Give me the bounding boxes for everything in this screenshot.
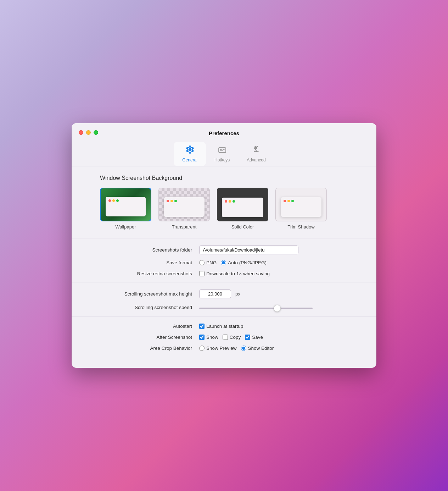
mini-window-solid <box>222 198 263 217</box>
mini-dot-close <box>225 200 227 203</box>
svg-rect-0 <box>219 148 226 153</box>
folder-input[interactable] <box>199 246 298 254</box>
crop-value: Show Preview Show Editor <box>199 346 348 351</box>
autostart-value: Launch at startup <box>199 324 348 329</box>
tab-hotkeys[interactable]: Hotkeys <box>206 142 238 166</box>
resize-checkbox[interactable] <box>199 271 205 276</box>
launch-text: Launch at startup <box>206 324 243 329</box>
tab-advanced[interactable]: Advanced <box>238 142 274 166</box>
tab-general[interactable]: General <box>174 142 206 166</box>
after-screenshot-label: After Screenshot <box>100 335 192 340</box>
show-preview-text: Show Preview <box>206 346 237 351</box>
format-png-radio[interactable] <box>199 260 205 265</box>
copy-checkbox[interactable] <box>223 335 228 340</box>
save-checkbox-label[interactable]: Save <box>245 335 263 340</box>
form-row-format: Save format PNG Auto (PNG/JPEG) <box>100 260 348 265</box>
mini-dot-max <box>291 200 294 202</box>
mini-traffic-wallpaper <box>108 199 119 202</box>
format-png-label[interactable]: PNG <box>199 260 217 265</box>
show-editor-text: Show Editor <box>248 346 274 351</box>
mini-dot-min <box>229 200 231 203</box>
scroll-height-label: Scrolling screenshot max height <box>100 291 192 297</box>
form-row-crop: Area Crop Behavior Show Preview Show Edi… <box>100 346 348 351</box>
tab-hotkeys-label: Hotkeys <box>214 158 230 162</box>
scroll-speed-value <box>199 304 348 310</box>
mini-dot-max <box>174 200 177 202</box>
form-row-resize: Resize retina screenshots Downscale to 1… <box>100 271 348 276</box>
copy-text: Copy <box>230 335 241 340</box>
form-row-after-screenshot: After Screenshot Show Copy Save <box>100 335 348 340</box>
mini-dot-close <box>108 199 111 202</box>
minimize-button[interactable] <box>86 130 91 135</box>
content-area: Window Screenshot Background Wallpaper <box>72 166 376 368</box>
section-divider-2 <box>72 282 376 282</box>
show-preview-label[interactable]: Show Preview <box>199 346 237 351</box>
scroll-speed-slider[interactable] <box>199 308 313 309</box>
show-preview-radio[interactable] <box>199 346 205 351</box>
show-checkbox[interactable] <box>199 335 205 340</box>
bg-option-transparent[interactable]: Transparent <box>158 188 210 230</box>
folder-value <box>199 246 348 254</box>
tab-advanced-label: Advanced <box>247 158 265 162</box>
folder-label: Screenshots folder <box>100 247 192 253</box>
format-auto-radio[interactable] <box>221 260 226 265</box>
close-button[interactable] <box>79 130 83 135</box>
bg-option-transparent-label: Transparent <box>172 224 197 230</box>
bg-preview-trim <box>275 188 327 221</box>
crop-label: Area Crop Behavior <box>100 346 192 351</box>
mini-dot-max <box>233 200 235 203</box>
titlebar: Preferences General <box>72 123 376 166</box>
scroll-height-value: px <box>199 289 348 298</box>
mini-traffic-trim <box>284 200 294 202</box>
scroll-height-input[interactable] <box>199 289 231 298</box>
gear-icon <box>185 145 195 156</box>
after-screenshot-value: Show Copy Save <box>199 335 348 340</box>
slider-container <box>199 304 313 310</box>
show-editor-radio[interactable] <box>241 346 246 351</box>
copy-checkbox-label[interactable]: Copy <box>223 335 241 340</box>
tab-general-label: General <box>182 158 197 162</box>
mini-dot-close <box>167 200 169 202</box>
bg-preview-solid <box>217 188 268 221</box>
bg-option-wallpaper-label: Wallpaper <box>115 224 136 230</box>
mini-dot-min <box>287 200 290 202</box>
mini-dot-close <box>284 200 286 202</box>
form-row-scroll-speed: Scrolling screenshot speed <box>100 304 348 310</box>
mini-traffic-transparent <box>167 200 177 202</box>
window-title: Preferences <box>209 130 239 136</box>
resize-text: Downscale to 1× when saving <box>206 271 270 276</box>
mini-window-transparent <box>164 197 205 217</box>
form-row-folder: Screenshots folder <box>100 246 348 254</box>
hotkeys-icon <box>217 145 227 156</box>
bg-preview-wallpaper <box>100 188 151 221</box>
mini-window-trim <box>281 197 321 217</box>
maximize-button[interactable] <box>94 130 98 135</box>
microscope-icon <box>251 145 261 156</box>
resize-value: Downscale to 1× when saving <box>199 271 348 276</box>
bg-option-solid[interactable]: Solid Color <box>217 188 268 230</box>
scroll-speed-label: Scrolling screenshot speed <box>100 305 192 310</box>
section-divider-1 <box>72 238 376 238</box>
mini-window-wallpaper <box>106 197 146 216</box>
format-png-text: PNG <box>206 260 217 265</box>
format-auto-label[interactable]: Auto (PNG/JPEG) <box>221 260 267 265</box>
resize-checkbox-label[interactable]: Downscale to 1× when saving <box>199 271 270 276</box>
form-row-autostart: Autostart Launch at startup <box>100 324 348 329</box>
background-options: Wallpaper Transparent <box>100 188 348 230</box>
save-text: Save <box>252 335 263 340</box>
background-section-title: Window Screenshot Background <box>100 175 348 181</box>
bg-option-trim[interactable]: Trim Shadow <box>275 188 327 230</box>
show-checkbox-label[interactable]: Show <box>199 335 218 340</box>
mini-dot-min <box>112 199 115 202</box>
launch-checkbox[interactable] <box>199 324 205 329</box>
show-editor-label[interactable]: Show Editor <box>241 346 274 351</box>
save-checkbox[interactable] <box>245 335 250 340</box>
toolbar: General Hotkeys <box>174 142 274 166</box>
format-value: PNG Auto (PNG/JPEG) <box>199 260 348 265</box>
preferences-window: Preferences General <box>72 123 376 368</box>
mini-dot-max <box>116 199 119 202</box>
bg-preview-transparent <box>158 188 210 221</box>
bg-option-wallpaper[interactable]: Wallpaper <box>100 188 151 230</box>
launch-checkbox-label[interactable]: Launch at startup <box>199 324 243 329</box>
traffic-lights <box>79 130 98 135</box>
